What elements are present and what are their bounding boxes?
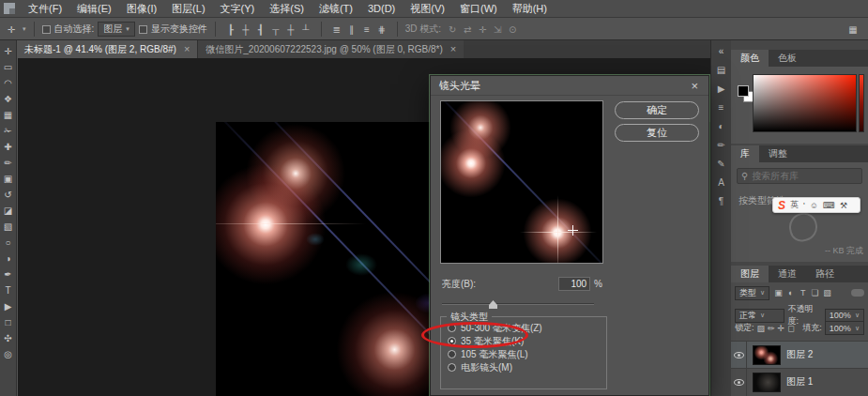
- lock-position-icon[interactable]: ✛: [778, 324, 785, 333]
- tab-libraries[interactable]: 库: [731, 145, 759, 162]
- blur-tool-icon[interactable]: ○: [0, 235, 17, 251]
- ime-emoji-icon[interactable]: ☺: [810, 201, 818, 210]
- ime-keyboard-icon[interactable]: ⌨: [823, 201, 835, 210]
- filter-smart-objects-icon[interactable]: ▧: [821, 288, 833, 297]
- reset-button[interactable]: 复位: [615, 124, 699, 142]
- actions-panel-icon[interactable]: ▶: [712, 81, 731, 97]
- layer-kind-dropdown[interactable]: 类型 ∨: [735, 286, 769, 300]
- sogou-logo-icon[interactable]: S: [778, 199, 785, 212]
- layer-thumbnail[interactable]: [753, 373, 781, 392]
- path-select-tool-icon[interactable]: ▶: [0, 298, 17, 314]
- menu-item[interactable]: 滤镜(T): [312, 0, 360, 18]
- tab-paths[interactable]: 路径: [806, 266, 844, 282]
- tab-channels[interactable]: 通道: [769, 266, 806, 282]
- menu-item[interactable]: 文字(Y): [213, 0, 263, 18]
- lasso-tool-icon[interactable]: ◠: [0, 75, 17, 91]
- 3d-drag-icon[interactable]: ✛: [475, 24, 490, 35]
- filter-adjustment-layers-icon[interactable]: ◐: [784, 288, 797, 297]
- pen-tool-icon[interactable]: ✒: [0, 267, 17, 282]
- lens-option-105mm-prime[interactable]: 105 毫米聚焦(L): [441, 348, 606, 360]
- layer-visibility-eye-icon[interactable]: [734, 379, 744, 386]
- tab-layers[interactable]: 图层: [731, 266, 769, 282]
- brightness-slider[interactable]: [442, 299, 594, 309]
- paragraph-panel-icon[interactable]: ¶: [712, 193, 731, 209]
- hue-slider[interactable]: [859, 74, 864, 132]
- ime-apostrophe-icon[interactable]: ': [803, 201, 805, 210]
- 3d-slide-icon[interactable]: ⇲: [490, 24, 505, 35]
- type-tool-icon[interactable]: T: [0, 282, 17, 298]
- distribute-vertical-icon[interactable]: ≣: [329, 24, 344, 35]
- dialog-title-bar[interactable]: 镜头光晕 ×: [431, 76, 708, 96]
- radio-icon[interactable]: [448, 324, 456, 332]
- distribute-spacing-icon[interactable]: ≡: [359, 24, 374, 35]
- zoom-tool-icon[interactable]: ◎: [0, 346, 17, 362]
- menu-item[interactable]: 图层(L): [164, 0, 212, 18]
- align-to-selection-icon[interactable]: ⋕: [374, 24, 389, 35]
- layer-thumbnail[interactable]: [753, 345, 781, 365]
- align-bottom-icon[interactable]: ┴: [298, 24, 313, 35]
- brush-tool-icon[interactable]: ✏: [0, 155, 17, 171]
- document-tab-untitled[interactable]: 未标题-1 @ 41.4% (图层 2, RGB/8#) ×: [17, 40, 197, 58]
- filter-type-layers-icon[interactable]: T: [797, 288, 809, 297]
- menu-item[interactable]: 编辑(E): [69, 0, 119, 18]
- layer-name[interactable]: 图层 1: [786, 375, 813, 388]
- eraser-tool-icon[interactable]: ◪: [0, 203, 17, 219]
- history-panel-icon[interactable]: ▤: [712, 62, 731, 78]
- shape-tool-icon[interactable]: □: [0, 314, 17, 330]
- ok-button[interactable]: 确定: [615, 101, 699, 119]
- foreground-color-chip[interactable]: [738, 85, 749, 97]
- layer-visibility-eye-icon[interactable]: [734, 352, 744, 358]
- character-panel-icon[interactable]: A: [712, 175, 731, 190]
- menu-item[interactable]: 文件(F): [21, 0, 69, 18]
- library-search-box[interactable]: ⚲: [737, 168, 862, 184]
- tab-swatches[interactable]: 色板: [769, 50, 806, 67]
- color-saturation-field[interactable]: [753, 74, 857, 132]
- crop-tool-icon[interactable]: ▦: [0, 107, 17, 123]
- align-v-center-icon[interactable]: ┼: [283, 24, 298, 35]
- menu-item[interactable]: 3D(D): [360, 0, 403, 18]
- distribute-horizontal-icon[interactable]: ∥: [344, 24, 359, 35]
- lens-option-35mm-prime[interactable]: 35 毫米聚焦(K): [441, 335, 606, 347]
- filter-shape-layers-icon[interactable]: ❏: [809, 288, 821, 297]
- radio-icon[interactable]: [448, 363, 456, 372]
- 3d-rotate-icon[interactable]: ↻: [445, 24, 460, 35]
- eyedropper-tool-icon[interactable]: ✁: [0, 123, 17, 139]
- layer-name[interactable]: 图层 2: [786, 348, 813, 361]
- align-h-center-icon[interactable]: ┼: [238, 24, 253, 35]
- 3d-scale-icon[interactable]: ⊙: [505, 24, 520, 35]
- hand-tool-icon[interactable]: ✣: [0, 330, 17, 346]
- menu-item[interactable]: 帮助(H): [505, 0, 555, 18]
- gradient-tool-icon[interactable]: ▧: [0, 219, 17, 235]
- menu-item[interactable]: 视图(V): [403, 0, 452, 18]
- layer-filter-toggle[interactable]: [851, 289, 864, 297]
- tab-close-icon[interactable]: ×: [184, 44, 190, 54]
- filter-pixel-layers-icon[interactable]: ▣: [772, 288, 784, 297]
- history-brush-tool-icon[interactable]: ↺: [0, 187, 17, 203]
- menu-item[interactable]: 窗口(W): [452, 0, 505, 18]
- lens-option-movie-prime[interactable]: 电影镜头(M): [441, 361, 606, 373]
- layer-row-2[interactable]: 图层 2: [731, 341, 868, 368]
- collapse-panels-icon[interactable]: «: [712, 43, 731, 59]
- brush-settings-panel-icon[interactable]: ✏: [712, 137, 731, 153]
- auto-select-dropdown[interactable]: 图层 ▾: [98, 22, 135, 37]
- workspace-switcher-icon[interactable]: ▦: [845, 24, 860, 35]
- layer-row-1[interactable]: 图层 1: [731, 368, 868, 395]
- marquee-tool-icon[interactable]: ▭: [0, 59, 17, 75]
- menu-item[interactable]: 选择(S): [262, 0, 312, 18]
- search-input[interactable]: [752, 171, 845, 181]
- radio-icon[interactable]: [448, 350, 456, 358]
- dodge-tool-icon[interactable]: ◑: [0, 251, 17, 267]
- slider-thumb[interactable]: [489, 300, 497, 309]
- clone-stamp-tool-icon[interactable]: ▣: [0, 171, 17, 187]
- align-right-icon[interactable]: ┨: [253, 24, 268, 35]
- flare-preview[interactable]: [440, 100, 603, 264]
- ime-toolbox-icon[interactable]: ⚒: [840, 201, 847, 210]
- quick-selection-tool-icon[interactable]: ❖: [0, 91, 17, 107]
- fill-dropdown[interactable]: 100% ∨: [825, 321, 864, 335]
- lock-transparency-icon[interactable]: ▨: [757, 324, 766, 333]
- move-tool-icon[interactable]: ✛: [0, 43, 17, 59]
- tool-preset-caret-icon[interactable]: ▾: [23, 25, 26, 33]
- document-tab-wechat-image[interactable]: 微信图片_20200607222523.jpg @ 50% (图层 0, RGB…: [197, 40, 464, 58]
- align-left-icon[interactable]: ┠: [223, 24, 238, 35]
- brightness-value-field[interactable]: 100: [558, 277, 590, 291]
